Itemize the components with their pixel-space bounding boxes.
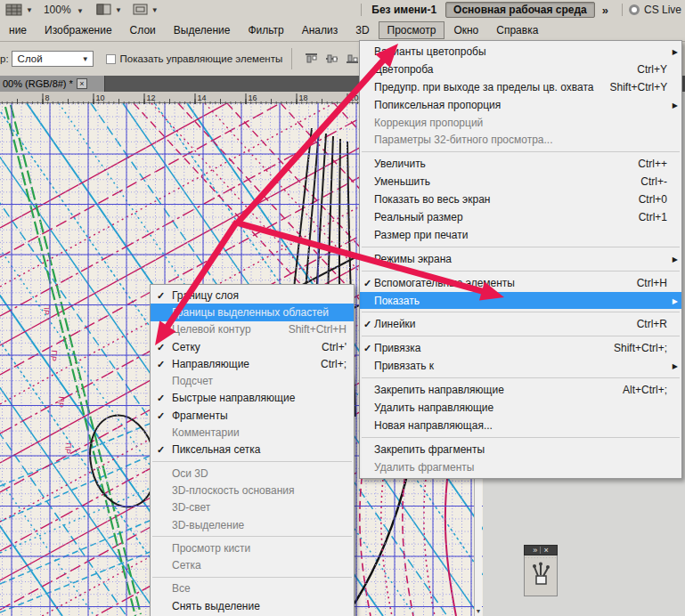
scroll-down-icon[interactable]: ▼ [475,608,482,614]
menu-item-Новая направляющая...[interactable]: Новая направляющая... [360,417,681,434]
menu-item-label: Реальный размер [374,211,463,223]
menu-item-Показать во весь экран[interactable]: Показать во весь экранCtrl+0 [360,190,681,208]
menu-item-Коррекция пропорций[interactable]: Коррекция пропорций [360,114,681,132]
svg-text:20: 20 [350,93,359,102]
menu-item-Направляющие[interactable]: ✓НаправляющиеCtrl+; [151,355,354,372]
align-top-edges-icon[interactable] [304,53,319,66]
menu-item-Целевой контур[interactable]: Целевой контурShift+Ctrl+H [151,321,354,338]
chevron-down-icon: ▼ [26,6,33,14]
menu-item-Попиксельная пропорция[interactable]: Попиксельная пропорция▶ [360,96,681,114]
menu-item-Размер при печати[interactable]: Размер при печати [360,226,681,244]
tab-close-icon[interactable]: × [77,78,87,89]
menu-item-label: Направляющие [172,358,249,370]
menu-item-Линейки[interactable]: ✓ЛинейкиCtrl+R [360,315,681,333]
panel-collapse-icon[interactable]: » [533,547,537,555]
menu-item-Реальный размер[interactable]: Реальный размерCtrl+1 [360,208,681,226]
menu-item-Режимы экрана[interactable]: Режимы экрана▶ [360,250,681,268]
menu-item-label: Удалить направляющие [374,401,493,414]
menu-item-shortcut: Ctrl++ [622,158,667,170]
menubar-item-Справка[interactable]: Справка [487,21,547,39]
panel-body: ··········· [524,555,558,596]
menu-item-label: 3D-плоскость основания [172,484,295,497]
brushes-icon[interactable] [530,561,551,588]
checkbox-box[interactable] [106,54,116,64]
menu-item-Сетку[interactable]: ✓СеткуCtrl+' [151,338,354,355]
submenu-arrow-icon: ▶ [673,47,678,55]
cs-live-icon [629,4,640,15]
show-submenu: ✓Границу слояГраницы выделенных областей… [150,284,355,616]
menubar-item-Выделение[interactable]: Выделение [165,21,240,39]
show-transform-controls-checkbox[interactable]: Показать управляющие элементы [106,53,283,64]
checkmark-icon: ✓ [157,444,165,456]
menubar-item-ние[interactable]: ние [0,21,36,39]
document-tab[interactable]: 00% (RGB/8#) * × [0,76,105,92]
menu-item-3D-плоскость основания[interactable]: 3D-плоскость основания [151,482,354,498]
menu-item-Просмотр кисти[interactable]: Просмотр кисти [151,539,354,556]
menubar-item-Изображение[interactable]: Изображение [36,21,121,39]
workspace-overflow-button[interactable]: » [602,4,608,17]
menu-item-label: Подсчет [172,375,213,387]
menu-item-label: 3D-свет [172,501,210,514]
menu-item-label: Все [172,582,191,595]
bridge-launcher-icon[interactable]: ▼ [5,4,33,17]
menubar-item-Просмотр[interactable]: Просмотр [379,21,445,39]
menu-item-Границы выделенных областей[interactable]: Границы выделенных областей [151,304,354,320]
menu-item-Подсчет[interactable]: Подсчет [151,372,354,389]
menu-item-label: Показать во весь экран [374,193,490,206]
menu-item-Вспомогательные элементы[interactable]: ✓Вспомогательные элементыCtrl+H [360,274,681,292]
arrange-documents-icon[interactable]: ▼ [96,4,122,16]
chevron-down-icon: ▼ [77,7,84,15]
menu-item-Показать[interactable]: Показать▶ [360,292,681,310]
menu-item-Комментарии[interactable]: Комментарии [151,424,354,441]
menu-item-Варианты цветопробы[interactable]: Варианты цветопробы▶ [360,43,681,61]
align-vertical-centers-icon[interactable] [324,53,339,66]
menu-separator [362,336,680,336]
divider [540,547,541,554]
menu-item-Пиксельная сетка[interactable]: ✓Пиксельная сетка [151,442,354,458]
menubar-item-Фильтр[interactable]: Фильтр [239,21,292,39]
menu-item-3D-выделение[interactable]: 3D-выделение [151,516,354,533]
menu-item-Границу слоя[interactable]: ✓Границу слоя [151,287,354,304]
svg-text:12: 12 [147,93,156,102]
menu-item-label: Цветопроба [374,63,434,76]
autoselect-layer-dropdown[interactable]: Слой ▼ [12,51,94,67]
cs-live-button[interactable]: CS Live [629,4,681,16]
submenu-arrow-icon: ▶ [673,101,678,109]
zoom-level-control[interactable]: 100% ▼ [44,4,84,16]
checkmark-icon: ✓ [363,319,371,330]
menu-item-label: Размер при печати [374,229,468,241]
menubar-item-Анализ[interactable]: Анализ [293,21,347,39]
menu-item-label: Просмотр кисти [172,542,250,555]
menu-item-Быстрые направляющие[interactable]: ✓Быстрые направляющие [151,390,354,407]
menubar-item-3D[interactable]: 3D [347,21,378,39]
menubar-item-Слои[interactable]: Слои [121,21,165,39]
divider [291,48,292,69]
screen-mode-icon[interactable]: ▼ [133,4,159,16]
menu-separator [152,536,352,537]
menu-item-Снять выделение[interactable]: Снять выделение [151,597,354,614]
workspace-switcher-button[interactable]: Основная рабочая среда [445,2,595,18]
panel-close-icon[interactable]: × [543,547,548,555]
menu-item-Увеличить[interactable]: УвеличитьCtrl++ [360,155,681,173]
document-name: Без имени-1 [371,4,436,16]
menu-item-Оси 3D[interactable]: Оси 3D [151,465,354,482]
menu-item-Уменьшить[interactable]: УменьшитьCtrl+- [360,173,681,190]
menu-item-Закрепить направляющие[interactable]: Закрепить направляющиеAlt+Ctrl+; [360,381,681,399]
menu-item-Предупр. при выходе за пределы цв. охвата[interactable]: Предупр. при выходе за пределы цв. охват… [360,78,681,96]
menu-item-Все[interactable]: Все [151,580,354,597]
menu-item-Удалить фрагменты[interactable]: Удалить фрагменты [360,458,681,476]
menu-item-Привязать к[interactable]: Привязать к▶ [360,357,681,375]
menu-item-Параметры 32-битного просмотра...[interactable]: Параметры 32-битного просмотра... [360,131,681,149]
menubar-item-Окно[interactable]: Окно [444,21,487,39]
menu-item-Сетка[interactable]: Сетка [151,556,354,573]
menu-item-3D-свет[interactable]: 3D-свет [151,499,354,516]
zoom-level-value: 100% [44,4,71,16]
menu-item-Цветопроба[interactable]: ЦветопробаCtrl+Y [360,61,681,78]
menu-item-Закрепить фрагменты[interactable]: Закрепить фрагменты [360,441,681,458]
tool-presets-panel[interactable]: » × ··········· [524,545,558,596]
menu-item-Привязка[interactable]: ✓ПривязкаShift+Ctrl+; [360,339,681,357]
align-bottom-edges-icon[interactable] [345,53,360,66]
menu-item-label: Увеличить [374,158,426,170]
menu-item-Фрагменты[interactable]: ✓Фрагменты [151,407,354,424]
menu-item-Удалить направляющие[interactable]: Удалить направляющие [360,399,681,417]
